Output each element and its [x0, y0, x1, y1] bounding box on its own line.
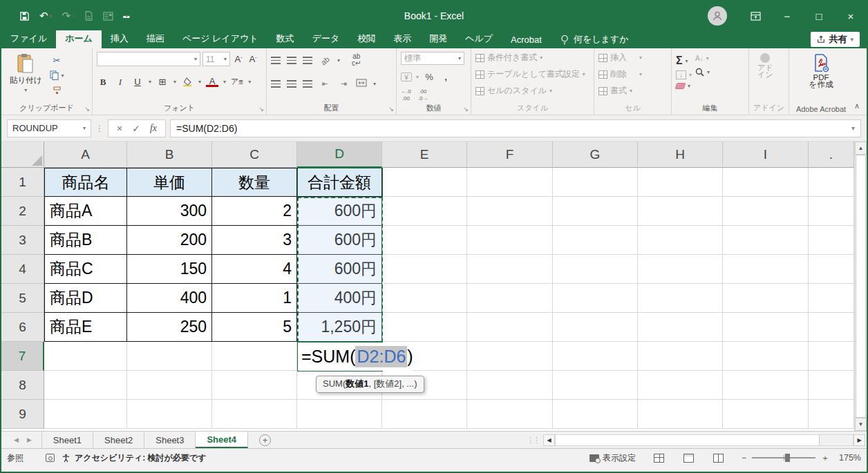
cell-G4[interactable] [553, 255, 638, 284]
ribbon-tab-ファイル[interactable]: ファイル [1, 30, 56, 48]
column-header-.[interactable]: . [809, 142, 854, 168]
format-cells-button[interactable]: 書式▾ [598, 85, 667, 97]
cell-D4[interactable]: 600円 [297, 255, 382, 284]
ribbon-tab-データ[interactable]: データ [303, 30, 349, 48]
prev-sheet-icon[interactable]: ◀ [14, 436, 19, 443]
close-button[interactable]: × [835, 1, 867, 30]
cell-E3[interactable] [382, 226, 467, 255]
insert-function-icon[interactable]: fx [150, 123, 157, 134]
align-bottom-icon[interactable] [303, 57, 312, 64]
merge-center-icon[interactable] [356, 77, 367, 90]
align-top-icon[interactable] [271, 57, 281, 64]
cell-I4[interactable] [723, 255, 809, 284]
scroll-right-icon[interactable]: ▶ [853, 434, 865, 446]
cell-F3[interactable] [467, 226, 553, 255]
cell-A6[interactable]: 商品E [44, 313, 127, 342]
number-format-combobox[interactable]: 標準▾ [401, 52, 464, 65]
cut-icon[interactable]: ✂ [50, 55, 64, 66]
addins-button[interactable]: アドイン [753, 52, 777, 102]
cell-E1[interactable] [382, 168, 467, 197]
cell-B7[interactable] [127, 342, 212, 371]
comma-style-icon[interactable]: , [440, 71, 452, 83]
row-header-5[interactable]: 5 [1, 284, 44, 313]
account-avatar[interactable] [708, 6, 727, 26]
cell-G7[interactable] [553, 342, 638, 371]
enter-icon[interactable]: ✓ [132, 123, 140, 134]
cell-I6[interactable] [723, 313, 809, 342]
cell-B2[interactable]: 300 [127, 197, 212, 226]
cell-A1[interactable]: 商品名 [44, 168, 127, 197]
cell-I3[interactable] [723, 226, 809, 255]
currency-format-icon[interactable]: ¥ [401, 73, 412, 81]
cell-C5[interactable]: 1 [212, 284, 297, 313]
cell-A2[interactable]: 商品A [44, 197, 127, 226]
cell-H5[interactable] [638, 284, 723, 313]
cell-.8[interactable] [809, 371, 854, 400]
cell-I1[interactable] [723, 168, 809, 197]
collapse-ribbon-icon[interactable]: ∧ [854, 102, 860, 110]
sheet-tab-Sheet2[interactable]: Sheet2 [93, 432, 144, 448]
zoom-slider-thumb[interactable] [785, 454, 790, 462]
clear-button[interactable]: ▾ [676, 83, 692, 89]
align-middle-icon[interactable] [287, 57, 296, 64]
accessibility-checker[interactable]: アクセシビリティ: 検討が必要です [62, 452, 206, 464]
format-painter-icon[interactable] [50, 84, 64, 96]
cell-D3[interactable]: 600円 [297, 226, 382, 255]
cell-D9[interactable] [297, 400, 382, 429]
horizontal-scroll-thumb[interactable] [556, 435, 820, 445]
paste-button[interactable]: 貼り付け ▾ [6, 52, 46, 102]
cell-D5[interactable]: 400円 [297, 284, 382, 313]
fill-color-icon[interactable] [181, 76, 194, 88]
cell-B6[interactable]: 250 [127, 313, 212, 342]
font-dialog-launcher[interactable]: ↘ [258, 106, 264, 113]
document-icon[interactable] [84, 11, 93, 21]
name-box-dropdown-icon[interactable]: ▾ [83, 125, 86, 131]
cell-A3[interactable]: 商品B [44, 226, 127, 255]
column-header-G[interactable]: G [553, 142, 638, 168]
number-dialog-launcher[interactable]: ↘ [463, 106, 469, 113]
column-header-D[interactable]: D [297, 142, 382, 168]
decrease-indent-icon[interactable]: ⇤ [319, 78, 331, 90]
cell-B9[interactable] [127, 400, 212, 429]
next-sheet-icon[interactable]: ▶ [27, 436, 32, 443]
cell-E4[interactable] [382, 255, 467, 284]
cell-G6[interactable] [553, 313, 638, 342]
cell-A7[interactable] [44, 342, 127, 371]
zoom-out-icon[interactable]: − [742, 453, 746, 463]
cell-H7[interactable] [638, 342, 723, 371]
increase-font-icon[interactable]: Aˆ [232, 53, 245, 65]
ribbon-tab-ホーム[interactable]: ホーム [56, 30, 102, 48]
scroll-down-icon[interactable]: ▼ [855, 418, 867, 431]
cell-H2[interactable] [638, 197, 723, 226]
cell-C3[interactable]: 3 [212, 226, 297, 255]
ribbon-tab-校閲[interactable]: 校閲 [348, 30, 384, 48]
minimize-button[interactable]: − [771, 1, 803, 30]
cell-A9[interactable] [44, 400, 127, 429]
ribbon-tab-開発[interactable]: 開発 [420, 30, 456, 48]
row-header-1[interactable]: 1 [1, 168, 44, 197]
insert-cells-button[interactable]: 挿入▾ [598, 52, 667, 64]
align-right-icon[interactable] [303, 80, 312, 88]
ribbon-tab-Acrobat[interactable]: Acrobat [502, 32, 551, 48]
cell-G5[interactable] [553, 284, 638, 313]
column-header-E[interactable]: E [382, 142, 467, 168]
form-panel-icon[interactable] [103, 12, 113, 21]
increase-decimal-icon[interactable]: ←.0.00 [401, 88, 411, 102]
cell-H3[interactable] [638, 226, 723, 255]
bold-button[interactable]: B [97, 76, 109, 88]
sheet-tab-Sheet1[interactable]: Sheet1 [42, 432, 93, 448]
macro-record-icon[interactable] [46, 454, 55, 462]
borders-icon[interactable]: ⊞ [156, 76, 169, 88]
cell-.4[interactable] [809, 255, 854, 284]
cell-F7[interactable] [467, 342, 553, 371]
cell-G1[interactable] [553, 168, 638, 197]
cell-F8[interactable] [467, 371, 553, 400]
cell-C9[interactable] [212, 400, 297, 429]
undo-button[interactable]: ↶▾ [39, 10, 53, 22]
column-header-H[interactable]: H [638, 142, 723, 168]
row-header-8[interactable]: 8 [1, 371, 44, 400]
row-header-6[interactable]: 6 [1, 313, 44, 342]
cell-F2[interactable] [467, 197, 553, 226]
cell-.7[interactable] [809, 342, 854, 371]
column-header-F[interactable]: F [467, 142, 553, 168]
